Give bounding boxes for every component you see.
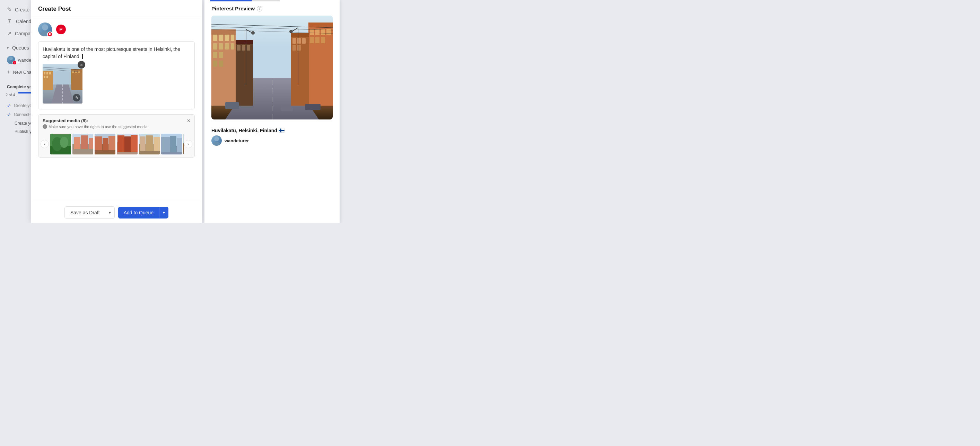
preview-header: Pinterest Preview ? (204, 0, 340, 16)
svg-rect-36 (118, 135, 124, 152)
suggested-thumb-5[interactable] (139, 134, 160, 154)
queues-label: Queues (12, 45, 29, 51)
preview-caption: Huvilakatu, Helsinki, Finland 🇫🇮 (204, 124, 340, 135)
svg-rect-11 (46, 76, 48, 78)
sidebar-item-create-label: Create (15, 7, 29, 13)
suggested-media-panel: Suggested media (8): i Make sure you hav… (38, 114, 195, 157)
top-progress-bar (210, 0, 280, 2)
suggested-thumb-1[interactable] (50, 134, 71, 154)
svg-rect-8 (46, 72, 48, 75)
check-icon-2: ✓ (7, 112, 11, 117)
modal-body: P P Huvilakatu is one of the most pictur… (31, 17, 202, 202)
svg-point-97 (290, 30, 293, 33)
prev-arrow-button[interactable]: ‹ (41, 140, 49, 148)
svg-rect-102 (305, 104, 321, 110)
platform-pinterest-icon[interactable]: P (56, 25, 66, 34)
svg-rect-73 (237, 45, 240, 51)
svg-rect-103 (281, 106, 293, 111)
text-cursor (81, 54, 83, 59)
svg-rect-13 (72, 71, 74, 73)
svg-rect-68 (219, 52, 223, 58)
svg-rect-26 (74, 137, 80, 149)
svg-rect-86 (291, 33, 309, 37)
add-to-queue-button[interactable]: Add to Queue (118, 207, 159, 219)
svg-rect-38 (130, 135, 138, 152)
svg-rect-101 (225, 102, 239, 109)
svg-rect-48 (177, 138, 182, 152)
save-as-draft-button[interactable]: Save as Draft (65, 207, 105, 219)
suggested-thumb-4[interactable] (117, 134, 138, 154)
add-to-queue-group: Add to Queue ▾ (118, 207, 169, 219)
pinterest-preview-panel: Pinterest Preview ? (204, 0, 340, 223)
svg-rect-43 (154, 137, 160, 151)
svg-rect-74 (242, 45, 245, 51)
preview-account-avatar (212, 135, 222, 146)
svg-rect-83 (315, 37, 320, 43)
close-suggested-button[interactable]: × (187, 118, 190, 124)
svg-rect-84 (321, 37, 325, 43)
pinterest-badge: P (13, 60, 17, 65)
svg-rect-10 (44, 76, 45, 78)
campaigns-icon: ↗ (7, 30, 11, 37)
svg-rect-87 (293, 38, 296, 44)
svg-rect-46 (161, 137, 170, 152)
add-queue-dropdown-button[interactable]: ▾ (159, 207, 169, 218)
svg-point-23 (60, 137, 68, 148)
preview-account-row: wandeturer (204, 135, 340, 146)
svg-rect-60 (219, 35, 223, 41)
edit-image-button[interactable]: ✎ (73, 94, 80, 102)
svg-rect-62 (231, 35, 234, 41)
svg-rect-64 (219, 43, 223, 49)
next-arrow-button[interactable]: › (184, 140, 192, 148)
preview-image-container (204, 16, 340, 119)
setup-progress-text: 2 of 4 (6, 93, 15, 97)
remove-image-button[interactable]: × (78, 61, 85, 68)
svg-point-0 (10, 57, 13, 60)
save-draft-dropdown-button[interactable]: ▾ (105, 207, 115, 218)
svg-rect-89 (302, 38, 305, 44)
svg-rect-33 (108, 136, 115, 150)
modal-footer: Save as Draft ▾ Add to Queue ▾ (31, 202, 202, 223)
post-text-content: Huvilakatu is one of the most picturesqu… (43, 46, 190, 60)
post-text-wrapper[interactable]: Huvilakatu is one of the most picturesqu… (38, 41, 195, 110)
suggested-thumb-2[interactable] (72, 134, 93, 154)
create-post-modal: Create Post P P Huvila (31, 0, 202, 223)
suggested-media-title: Suggested media (8): (43, 118, 149, 123)
svg-rect-69 (213, 60, 217, 67)
svg-point-94 (251, 31, 255, 35)
svg-rect-82 (310, 37, 314, 43)
svg-rect-67 (213, 52, 217, 58)
help-icon[interactable]: ? (257, 6, 262, 11)
suggested-thumb-6[interactable] (161, 134, 182, 154)
suggested-images-list (49, 134, 184, 154)
suggested-thumb-3[interactable] (95, 134, 115, 154)
svg-rect-70 (219, 60, 223, 67)
svg-rect-61 (225, 35, 229, 41)
check-icon: ✓ (7, 103, 11, 108)
info-icon: i (43, 124, 47, 129)
modal-header: Create Post (31, 0, 202, 17)
svg-rect-59 (213, 35, 217, 41)
svg-rect-90 (293, 45, 296, 51)
channel-avatar: P (7, 56, 15, 64)
calendar-icon: 🗓 (7, 18, 13, 25)
svg-rect-47 (170, 136, 177, 152)
svg-rect-31 (95, 136, 102, 150)
svg-rect-71 (235, 43, 253, 106)
suggested-media-header: Suggested media (8): i Make sure you hav… (38, 114, 194, 131)
chevron-down-icon: ▾ (7, 46, 9, 50)
svg-point-104 (214, 136, 219, 141)
svg-rect-27 (81, 135, 88, 149)
suggested-images-row: ‹ (38, 131, 194, 157)
svg-rect-65 (225, 43, 229, 49)
suggested-media-note: i Make sure you have the rights to use t… (43, 124, 149, 129)
svg-rect-37 (124, 136, 130, 152)
svg-rect-14 (75, 71, 77, 73)
svg-rect-49 (183, 134, 184, 143)
modal-title: Create Post (38, 6, 71, 12)
svg-rect-72 (235, 40, 253, 44)
preview-main-image (212, 16, 332, 119)
svg-rect-42 (146, 135, 153, 151)
preview-title: Pinterest Preview (212, 6, 255, 11)
account-pin-badge: P (47, 32, 52, 37)
